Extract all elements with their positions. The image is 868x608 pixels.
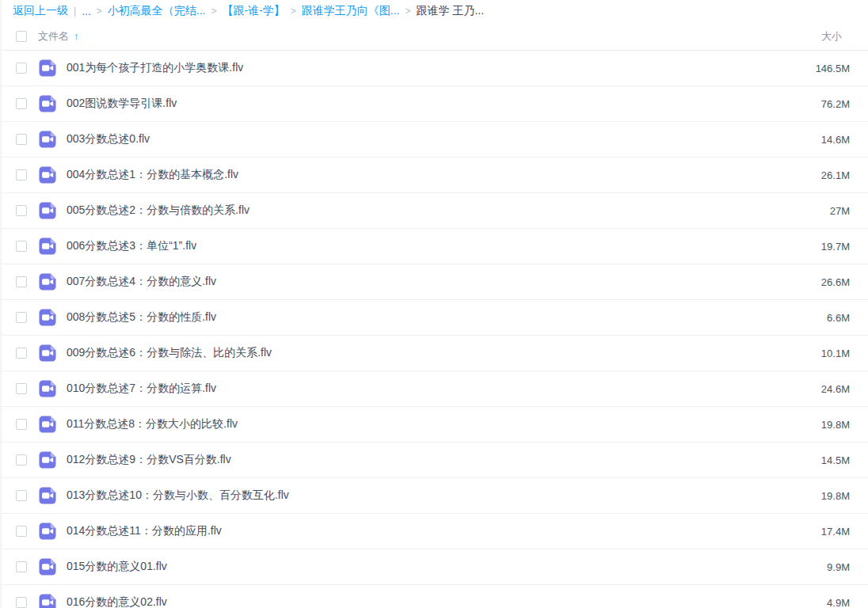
file-size: 24.6M <box>821 383 868 395</box>
file-name-link[interactable]: 002图说数学导引课.flv <box>67 97 177 111</box>
row-checkbox[interactable] <box>16 526 27 537</box>
file-size: 9.9M <box>827 561 868 573</box>
row-checkbox[interactable] <box>16 169 27 180</box>
table-row[interactable]: 015分数的意义01.flv9.9M <box>2 549 868 585</box>
table-row[interactable]: 005分数总述2：分数与倍数的关系.flv27M <box>2 193 868 229</box>
row-checkbox[interactable] <box>16 312 27 323</box>
table-row[interactable]: 001为每个孩子打造的小学奥数课.flv146.5M <box>2 51 868 86</box>
table-header: 文件名 ↑ 大小 <box>2 22 868 51</box>
file-size: 27M <box>830 205 868 217</box>
file-size: 26.1M <box>821 169 868 181</box>
breadcrumb-link[interactable]: 跟谁学王乃向《图... <box>302 4 400 18</box>
video-file-icon <box>38 344 57 363</box>
file-name-link[interactable]: 007分数总述4：分数的意义.flv <box>67 275 216 289</box>
table-row[interactable]: 016分数的意义02.flv4.9M <box>2 585 868 608</box>
table-row[interactable]: 012分数总述9：分数VS百分数.flv14.5M <box>2 443 868 478</box>
file-size: 146.5M <box>816 63 868 74</box>
video-file-icon <box>38 486 57 505</box>
table-row[interactable]: 010分数总述7：分数的运算.flv24.6M <box>2 371 868 407</box>
video-file-icon <box>38 415 57 434</box>
video-file-icon <box>38 130 57 149</box>
file-name-link[interactable]: 003分数总述0.flv <box>67 132 150 146</box>
filename-column-label: 文件名 <box>38 29 69 44</box>
row-checkbox[interactable] <box>16 419 27 430</box>
file-name-link[interactable]: 011分数总述8：分数大小的比较.flv <box>67 417 238 431</box>
video-file-icon <box>38 450 57 469</box>
video-file-icon <box>38 522 57 541</box>
breadcrumb-pipe-separator: | <box>74 6 76 17</box>
breadcrumb-back-link[interactable]: 返回上一级 <box>13 4 68 18</box>
video-file-icon <box>38 593 57 608</box>
select-all-checkbox[interactable] <box>16 31 27 42</box>
row-checkbox[interactable] <box>16 241 27 252</box>
video-file-icon <box>38 165 57 184</box>
row-checkbox[interactable] <box>16 597 27 608</box>
file-name-link[interactable]: 004分数总述1：分数的基本概念.flv <box>67 168 238 182</box>
breadcrumb-link[interactable]: 小初高最全（完结... <box>108 4 206 18</box>
table-row[interactable]: 007分数总述4：分数的意义.flv26.6M <box>2 264 868 300</box>
table-row[interactable]: 003分数总述0.flv14.6M <box>2 122 868 158</box>
file-name-link[interactable]: 012分数总述9：分数VS百分数.flv <box>67 453 231 467</box>
file-size: 17.4M <box>821 526 868 538</box>
file-browser-page: 返回上一级 | ...>小初高最全（完结...>【跟-谁-学】>跟谁学王乃向《图… <box>0 0 868 608</box>
breadcrumb-separator: > <box>211 6 216 17</box>
table-row[interactable]: 014分数总述11：分数的应用.flv17.4M <box>2 514 868 549</box>
file-name-link[interactable]: 008分数总述5：分数的性质.flv <box>67 310 216 325</box>
row-checkbox[interactable] <box>16 98 27 109</box>
breadcrumb-separator: > <box>405 6 411 17</box>
file-size: 19.7M <box>821 241 868 253</box>
breadcrumb-separator: > <box>291 6 296 17</box>
video-file-icon <box>38 557 57 576</box>
row-checkbox[interactable] <box>16 383 27 394</box>
row-checkbox[interactable] <box>16 490 27 501</box>
row-checkbox[interactable] <box>16 63 27 74</box>
column-header-size: 大小 <box>821 29 868 44</box>
file-name-link[interactable]: 010分数总述7：分数的运算.flv <box>67 382 216 396</box>
file-list: 001为每个孩子打造的小学奥数课.flv146.5M002图说数学导引课.flv… <box>2 51 868 608</box>
file-size: 4.9M <box>827 597 868 608</box>
table-row[interactable]: 004分数总述1：分数的基本概念.flv26.1M <box>2 158 868 193</box>
breadcrumb-link[interactable]: ... <box>82 5 91 17</box>
file-name-link[interactable]: 006分数总述3：单位“1”.flv <box>67 239 196 253</box>
video-file-icon <box>38 272 57 291</box>
table-row[interactable]: 009分数总述6：分数与除法、比的关系.flv10.1M <box>2 336 868 371</box>
sort-ascending-icon[interactable]: ↑ <box>74 30 79 42</box>
video-file-icon <box>38 308 57 327</box>
table-row[interactable]: 006分数总述3：单位“1”.flv19.7M <box>2 229 868 264</box>
row-checkbox[interactable] <box>16 348 27 359</box>
column-header-filename[interactable]: 文件名 ↑ <box>38 29 79 44</box>
row-checkbox[interactable] <box>16 276 27 287</box>
table-row[interactable]: 002图说数学导引课.flv76.2M <box>2 86 868 122</box>
file-size: 10.1M <box>821 348 868 359</box>
row-checkbox[interactable] <box>16 134 27 145</box>
table-row[interactable]: 008分数总述5：分数的性质.flv6.6M <box>2 300 868 336</box>
row-checkbox[interactable] <box>16 561 27 572</box>
video-file-icon <box>38 379 57 398</box>
breadcrumb-items: ...>小初高最全（完结...>【跟-谁-学】>跟谁学王乃向《图...>跟谁学 … <box>82 4 484 18</box>
table-row[interactable]: 011分数总述8：分数大小的比较.flv19.8M <box>2 407 868 443</box>
file-name-link[interactable]: 014分数总述11：分数的应用.flv <box>67 524 222 538</box>
breadcrumb-link[interactable]: 【跟-谁-学】 <box>223 4 285 18</box>
breadcrumb-separator: > <box>97 6 102 17</box>
file-name-link[interactable]: 013分数总述10：分数与小数、百分数互化.flv <box>67 488 289 503</box>
file-name-link[interactable]: 009分数总述6：分数与除法、比的关系.flv <box>67 346 272 360</box>
video-file-icon <box>38 59 57 78</box>
video-file-icon <box>38 94 57 113</box>
file-size: 6.6M <box>827 312 868 324</box>
file-name-link[interactable]: 016分数的意义02.flv <box>67 595 167 608</box>
file-name-link[interactable]: 001为每个孩子打造的小学奥数课.flv <box>67 61 243 75</box>
file-size: 14.6M <box>821 134 868 146</box>
breadcrumb-current: 跟谁学 王乃... <box>417 4 485 18</box>
file-size: 76.2M <box>821 98 868 110</box>
file-name-link[interactable]: 015分数的意义01.flv <box>67 560 167 574</box>
file-name-link[interactable]: 005分数总述2：分数与倍数的关系.flv <box>67 203 249 218</box>
video-file-icon <box>38 237 57 256</box>
table-row[interactable]: 013分数总述10：分数与小数、百分数互化.flv19.8M <box>2 478 868 514</box>
row-checkbox[interactable] <box>16 205 27 216</box>
file-size: 19.8M <box>821 490 868 502</box>
row-checkbox[interactable] <box>16 454 27 466</box>
file-size: 26.6M <box>821 276 868 288</box>
video-file-icon <box>38 201 57 220</box>
breadcrumb: 返回上一级 | ...>小初高最全（完结...>【跟-谁-学】>跟谁学王乃向《图… <box>2 0 868 22</box>
file-size: 19.8M <box>821 419 868 431</box>
